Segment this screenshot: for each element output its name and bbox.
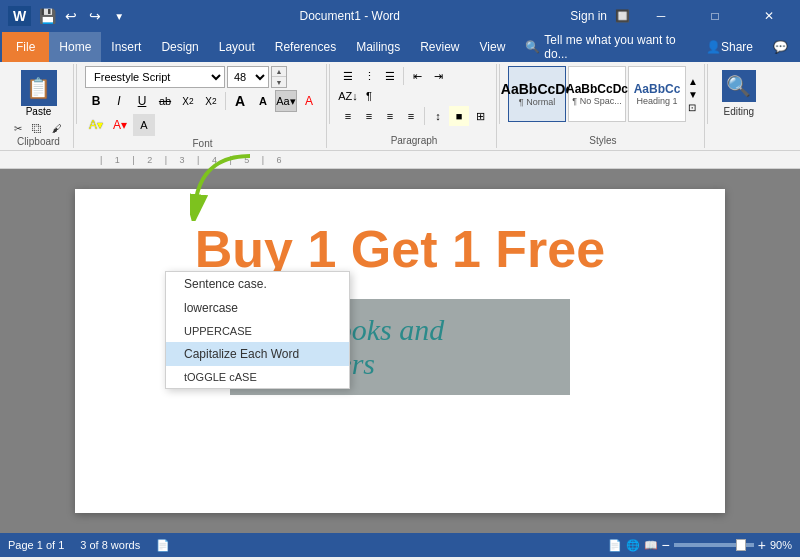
status-bar: Page 1 of 1 3 of 8 words 📄 📄 🌐 📖 − + 90% (0, 533, 800, 557)
design-menu[interactable]: Design (151, 32, 208, 62)
editing-button[interactable]: 🔍 (718, 68, 760, 104)
styles-up-icon[interactable]: ▲ (688, 76, 698, 87)
change-case-dropdown: Sentence case. lowercase UPPERCASE Capit… (165, 271, 350, 389)
increase-font-size-icon[interactable]: ▲ (272, 67, 286, 77)
toggle-case-option[interactable]: tOGGLE cASE (166, 366, 349, 388)
font-color-button[interactable]: A▾ (109, 114, 131, 136)
paragraph-group: ☰ ⋮ ☰ ⇤ ⇥ AZ↓ ¶ ≡ ≡ ≡ ≡ ↕ (332, 64, 497, 148)
document-area: Buy 1 Get 1 Free notebooks and planners (0, 169, 800, 533)
style-heading1-label: Heading 1 (636, 96, 677, 106)
proofing-icon[interactable]: 📄 (156, 539, 170, 552)
style-normal[interactable]: AaBbCcDc ¶ Normal (508, 66, 566, 122)
editing-icon: 🔍 (722, 70, 756, 102)
shading-button[interactable]: ■ (449, 106, 469, 126)
ribbon: 📋 Paste ✂ ⿻ 🖌 Clipboard Freestyle Script (0, 62, 800, 151)
close-button[interactable]: ✕ (746, 0, 792, 32)
view-read-icon[interactable]: 📖 (644, 539, 658, 552)
style-normal-preview: AaBbCcDc (501, 81, 573, 97)
minimize-button[interactable]: ─ (638, 0, 684, 32)
file-menu[interactable]: File (2, 32, 49, 62)
paste-button[interactable]: 📋 Paste (10, 68, 67, 119)
align-left-button[interactable]: ≡ (338, 106, 358, 126)
view-menu[interactable]: View (470, 32, 516, 62)
numbering-button[interactable]: ⋮ (359, 66, 379, 86)
layout-menu[interactable]: Layout (209, 32, 265, 62)
share-btn[interactable]: 👤 Share (696, 32, 763, 62)
copy-button[interactable]: ⿻ (28, 121, 46, 136)
align-center-button[interactable]: ≡ (359, 106, 379, 126)
increase-font-button[interactable]: A (229, 90, 251, 112)
search-icon: 🔍 (525, 40, 540, 54)
styles-down-icon[interactable]: ▼ (688, 89, 698, 100)
view-print-icon[interactable]: 📄 (608, 539, 622, 552)
increase-indent-button[interactable]: ⇥ (428, 66, 448, 86)
style-no-space-label: ¶ No Spac... (572, 96, 621, 106)
highlight-button[interactable]: A▾ (85, 114, 107, 136)
customize-icon[interactable]: ▼ (109, 6, 129, 26)
multilevel-button[interactable]: ☰ (380, 66, 400, 86)
maximize-button[interactable]: □ (692, 0, 738, 32)
align-right-button[interactable]: ≡ (380, 106, 400, 126)
show-hide-button[interactable]: ¶ (359, 86, 379, 106)
font-group: Freestyle Script 48 ▲ ▼ B I U ab X2 (79, 64, 327, 148)
style-heading1[interactable]: AaBbCc Heading 1 (628, 66, 686, 122)
sort-button[interactable]: AZ↓ (338, 86, 358, 106)
paragraph-label: Paragraph (391, 135, 438, 146)
redo-icon[interactable]: ↪ (85, 6, 105, 26)
strikethrough-button[interactable]: ab (154, 90, 176, 112)
superscript-button[interactable]: X2 (200, 90, 222, 112)
tell-me-btn[interactable]: 🔍 Tell me what you want to do... (515, 32, 696, 62)
line-spacing-button[interactable]: ↕ (428, 106, 448, 126)
bullets-button[interactable]: ☰ (338, 66, 358, 86)
styles-scroll: ▲ ▼ ⊡ (688, 76, 698, 113)
save-icon[interactable]: 💾 (37, 6, 57, 26)
decrease-indent-button[interactable]: ⇤ (407, 66, 427, 86)
styles-label: Styles (589, 135, 616, 146)
borders-button[interactable]: ⊞ (470, 106, 490, 126)
editing-label: Editing (724, 106, 755, 117)
zoom-slider[interactable] (674, 543, 754, 547)
format-painter-button[interactable]: 🖌 (48, 121, 66, 136)
zoom-level[interactable]: 90% (770, 539, 792, 551)
references-menu[interactable]: References (265, 32, 346, 62)
restore-icon[interactable]: 🔲 (615, 9, 630, 23)
para-row1: ☰ ⋮ ☰ ⇤ ⇥ (338, 66, 490, 86)
italic-button[interactable]: I (108, 90, 130, 112)
styles-expand-icon[interactable]: ⊡ (688, 102, 698, 113)
style-no-space[interactable]: AaBbCcDc ¶ No Spac... (568, 66, 626, 122)
review-menu[interactable]: Review (410, 32, 469, 62)
change-case-button[interactable]: Aa▾ (275, 90, 297, 112)
capitalize-each-word-option[interactable]: Capitalize Each Word (166, 342, 349, 366)
font-content: Freestyle Script 48 ▲ ▼ B I U ab X2 (85, 66, 320, 136)
font-name-select[interactable]: Freestyle Script (85, 66, 225, 88)
font-label: Font (192, 138, 212, 149)
zoom-out-button[interactable]: − (662, 537, 670, 553)
character-shading-button[interactable]: A (133, 114, 155, 136)
view-web-icon[interactable]: 🌐 (626, 539, 640, 552)
uppercase-option[interactable]: UPPERCASE (166, 320, 349, 342)
cut-button[interactable]: ✂ (10, 121, 26, 136)
decrease-font-size-icon[interactable]: ▼ (272, 77, 286, 87)
font-size-select[interactable]: 48 (227, 66, 269, 88)
sentence-case-option[interactable]: Sentence case. (166, 272, 349, 296)
word-logo-icon: W (8, 6, 31, 26)
mailings-menu[interactable]: Mailings (346, 32, 410, 62)
justify-button[interactable]: ≡ (401, 106, 421, 126)
signin-link[interactable]: Sign in (570, 9, 607, 23)
sep-para (403, 67, 404, 85)
bold-button[interactable]: B (85, 90, 107, 112)
undo-icon[interactable]: ↩ (61, 6, 81, 26)
zoom-in-button[interactable]: + (758, 537, 766, 553)
subscript-button[interactable]: X2 (177, 90, 199, 112)
sep-para2 (424, 107, 425, 125)
underline-button[interactable]: U (131, 90, 153, 112)
title-bar-left: W 💾 ↩ ↪ ▼ (8, 6, 129, 26)
lowercase-option[interactable]: lowercase (166, 296, 349, 320)
share-label: Share (721, 40, 753, 54)
decrease-font-button[interactable]: A (252, 90, 274, 112)
separator2 (329, 64, 330, 124)
insert-menu[interactable]: Insert (101, 32, 151, 62)
home-menu[interactable]: Home (49, 32, 101, 62)
clear-formatting-button[interactable]: A (298, 90, 320, 112)
comments-btn[interactable]: 💬 (763, 32, 798, 62)
